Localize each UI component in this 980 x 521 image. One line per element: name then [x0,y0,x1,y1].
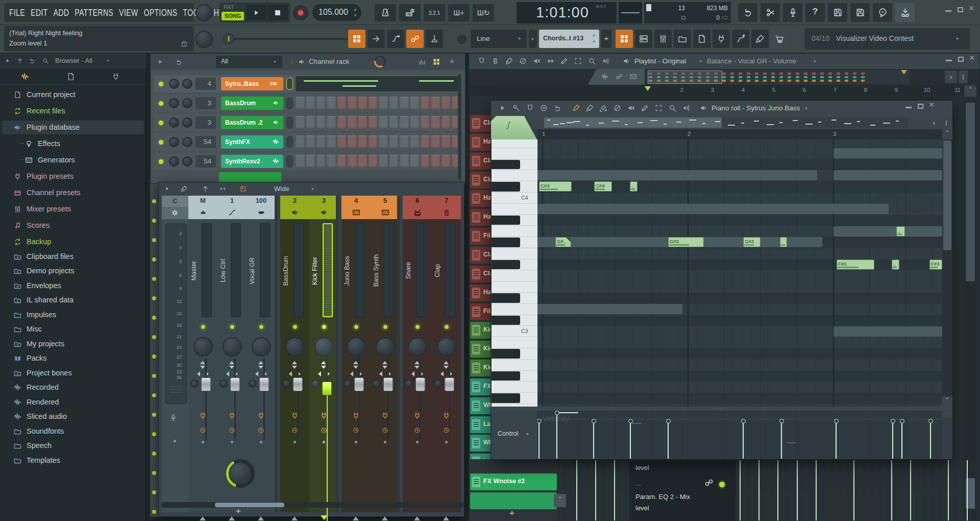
scissors-button[interactable] [761,3,780,22]
pianoroll-knife-icon[interactable] [641,104,649,112]
browser-item-backup[interactable]: Backup [2,235,144,249]
track-chip[interactable] [472,325,480,336]
fx-clock-icon[interactable] [413,427,421,434]
browser-item-plugin-presets[interactable]: Plugin presets [2,170,144,183]
tempo-value[interactable]: 105.000 [312,8,354,17]
channel-enable-led[interactable] [159,140,163,145]
export-button[interactable] [895,3,915,22]
piano-note[interactable]: .. [630,181,638,192]
browser-forward-icon[interactable] [4,57,11,64]
step-button[interactable] [369,116,378,129]
mixer-strip-pan-knob[interactable] [376,337,395,357]
mixer-strip-pan-knob[interactable] [437,337,456,357]
velocity-handle[interactable] [891,419,895,423]
channel-rack-toggle-button[interactable] [635,30,652,48]
velocity-stem[interactable] [630,422,631,459]
stop-button[interactable] [267,5,288,20]
pianoroll-wrench-icon[interactable] [512,104,521,112]
fx-plug-icon[interactable] [413,411,422,420]
track-chip[interactable] [472,175,480,185]
mixer-layout-icon[interactable] [239,185,247,193]
piano-note[interactable]: .. [896,226,905,236]
piano-note[interactable]: C#4 [539,181,572,192]
step-button[interactable] [348,97,357,110]
browser-item-impulses[interactable]: Impulses [2,308,144,322]
rack-play-icon[interactable] [157,58,164,65]
track-chip[interactable] [472,137,480,148]
tab-plugins-icon[interactable] [111,72,120,81]
velocity-stem[interactable] [836,422,837,459]
piano-key-black[interactable] [492,393,520,403]
mixer-strip-led[interactable] [230,324,235,329]
playlist-minimize-button[interactable] [946,60,952,61]
piano-key-black[interactable] [492,260,520,270]
piano-key-a2[interactable] [492,360,537,371]
step-button[interactable] [442,97,451,110]
step-button[interactable] [400,97,409,110]
step-button[interactable] [421,155,430,168]
pianoroll-magnet-icon[interactable] [526,104,534,112]
browser-item-rendered[interactable]: Rendered [2,395,144,409]
track-chip[interactable] [472,306,480,317]
fx-plug-icon[interactable] [257,411,265,420]
step-button[interactable] [296,135,305,149]
playlist-arrlr-icon[interactable] [546,57,555,65]
piano-key-ds4[interactable] [492,159,537,171]
touch-keyboard-button[interactable] [426,30,443,48]
step-button[interactable] [442,155,451,168]
automation-link-icon[interactable] [704,478,714,488]
fx-clock-icon[interactable] [320,427,328,434]
fx-clock-icon[interactable] [352,427,360,434]
browser-toggle-button[interactable] [674,30,691,48]
fx-clock-icon[interactable] [443,427,450,434]
step-button[interactable] [327,97,336,110]
fx-plug-icon[interactable] [381,411,389,420]
step-button[interactable] [358,97,367,110]
app-close-button[interactable]: × [969,3,974,13]
mixer-track-header-5[interactable]: 5 [371,196,400,219]
channel-volume-knob[interactable] [182,98,192,108]
save-new-button[interactable] [850,3,870,22]
step-button[interactable] [410,97,419,110]
track-chip[interactable] [472,231,480,242]
step-button[interactable] [442,116,451,129]
playlist-zoom-icon[interactable] [587,57,596,65]
channel-volume-knob[interactable] [182,79,192,89]
piano-key-cs4[interactable] [492,181,537,193]
step-button[interactable] [421,97,430,110]
channel-enable-led[interactable] [159,121,163,125]
browser-item-recent-files[interactable]: Recent files [2,104,144,118]
velocity-handle[interactable] [834,419,839,423]
piano-key-f3[interactable] [492,270,537,281]
app-minimize-button[interactable] [945,10,951,12]
channel-enable-led[interactable] [159,82,163,86]
mixer-fader-handle[interactable] [383,377,393,391]
fx-plug-icon[interactable] [352,411,360,420]
playlist-slash-icon[interactable] [519,57,527,65]
piano-key-e3[interactable] [492,281,537,293]
step-button[interactable] [348,135,357,149]
shuttle-handle[interactable] [223,33,234,44]
mixer-strip-bass-synth[interactable]: Bass Synth [371,219,400,512]
browser-item-misc[interactable]: Misc [2,322,144,336]
step-button[interactable] [389,155,399,168]
mixer-track-header-4[interactable]: 4 [341,196,371,219]
browser-item-project-bones[interactable]: Project bones [2,366,144,380]
pattern-spin-up[interactable]: ▲ [592,33,596,37]
piano-key-as2[interactable] [492,348,537,360]
track-chip[interactable] [472,382,480,392]
mixer-strip-led[interactable] [292,324,298,329]
tab-automation-icon[interactable] [615,73,623,81]
velocity-handle[interactable] [537,419,542,423]
browser-item-demo-projects[interactable]: Demo projects [2,264,144,278]
playlist-source-tabs[interactable] [587,69,645,85]
rack-close-icon[interactable]: × [450,57,454,65]
channel-volume-knob[interactable] [182,137,192,147]
step-button[interactable] [389,135,399,149]
rack-undo-icon[interactable] [175,58,183,66]
mixer-strip-led[interactable] [201,324,206,329]
mixer-strip-sep-knob[interactable] [219,380,228,388]
channel-button[interactable]: SynthRexv2 [221,155,283,168]
remote-button[interactable] [732,30,749,48]
fx-plug-icon[interactable] [228,411,236,420]
